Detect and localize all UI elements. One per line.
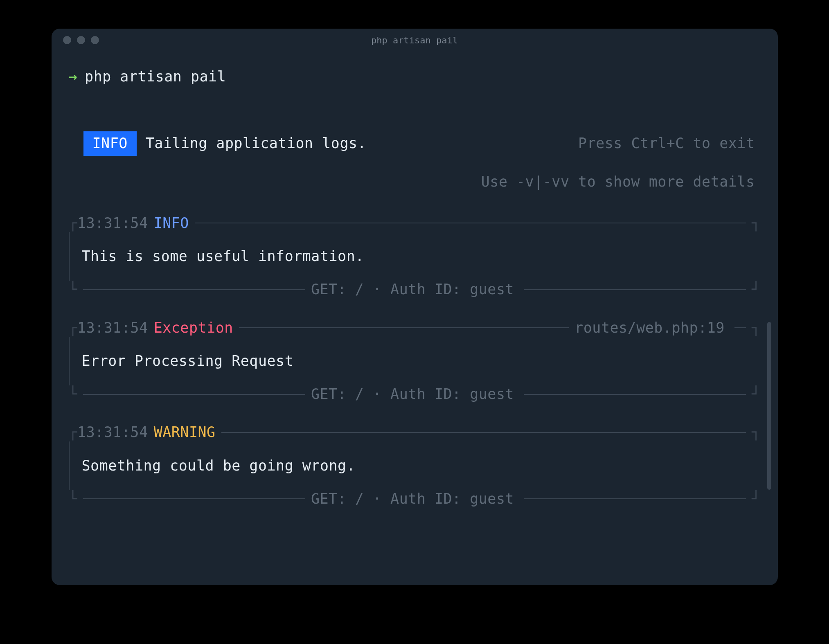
log-footer: GET: / · Auth ID: guest: [311, 385, 514, 404]
command-text: php artisan pail: [85, 67, 226, 86]
scrollbar[interactable]: [767, 322, 771, 490]
box-corner-icon: [752, 214, 761, 233]
box-corner-icon: [69, 318, 78, 338]
box-line-icon: [83, 498, 305, 499]
tail-header: INFO Tailing application logs. Press Ctr…: [69, 131, 761, 191]
terminal-content[interactable]: → php artisan pail INFO Tailing applicat…: [52, 52, 778, 509]
log-footer: GET: / · Auth ID: guest: [311, 489, 514, 509]
log-level: Exception: [154, 318, 233, 338]
box-corner-icon: [69, 280, 78, 299]
box-corner-icon: [69, 423, 78, 442]
box-corner-icon: [752, 385, 761, 404]
box-line-icon: [221, 432, 746, 433]
log-entries: 13:31:54 INFO This is some useful inform…: [69, 214, 761, 509]
log-level: INFO: [154, 214, 189, 233]
log-footer: GET: / · Auth ID: guest: [311, 280, 514, 299]
box-corner-icon: [752, 318, 761, 338]
log-source: routes/web.php:19: [574, 318, 725, 338]
exit-hint: Press Ctrl+C to exit: [578, 134, 760, 153]
log-level: WARNING: [154, 423, 216, 442]
log-body: Something could be going wrong.: [69, 441, 761, 490]
verbose-hint: Use -v|-vv to show more details: [83, 172, 761, 191]
box-line-icon: [524, 498, 746, 499]
box-line-icon: [734, 327, 746, 328]
log-time: 13:31:54: [77, 423, 148, 442]
log-entry: 13:31:54 WARNING Something could be goin…: [69, 423, 761, 509]
log-body: This is some useful information.: [69, 232, 761, 281]
box-line-icon: [195, 223, 746, 223]
box-corner-icon: [752, 423, 761, 442]
box-line-icon: [83, 394, 305, 395]
log-time: 13:31:54: [77, 318, 148, 338]
box-line-icon: [239, 327, 569, 328]
log-entry: 13:31:54 Exception routes/web.php:19 Err…: [69, 318, 761, 404]
box-corner-icon: [752, 489, 761, 509]
box-corner-icon: [752, 280, 761, 299]
info-badge: INFO: [83, 131, 137, 155]
terminal-window: php artisan pail → php artisan pail INFO…: [52, 29, 778, 585]
box-line-icon: [83, 289, 305, 290]
box-line-icon: [524, 394, 746, 395]
tail-message: Tailing application logs.: [146, 134, 366, 153]
box-corner-icon: [69, 214, 78, 233]
log-body: Error Processing Request: [69, 337, 761, 385]
titlebar: php artisan pail: [52, 29, 778, 52]
prompt-line: → php artisan pail: [69, 67, 761, 86]
box-line-icon: [524, 289, 746, 290]
box-corner-icon: [69, 489, 78, 509]
log-entry: 13:31:54 INFO This is some useful inform…: [69, 214, 761, 299]
window-title: php artisan pail: [52, 35, 778, 45]
prompt-arrow-icon: →: [69, 67, 78, 86]
log-time: 13:31:54: [77, 214, 148, 233]
box-corner-icon: [69, 385, 78, 404]
